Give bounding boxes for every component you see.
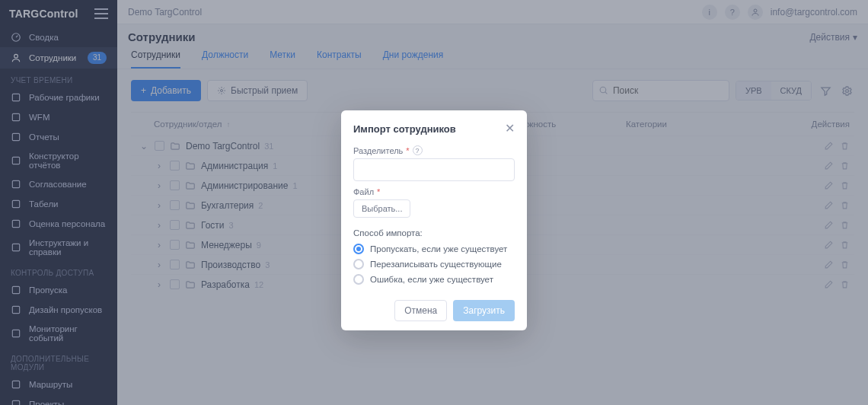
choose-file-label: Выбрать... bbox=[362, 204, 402, 213]
file-label: Файл bbox=[353, 187, 374, 196]
mode-skip-label: Пропускать, если уже существует bbox=[370, 244, 507, 254]
radio-icon bbox=[353, 274, 364, 285]
cancel-label: Отмена bbox=[404, 305, 437, 316]
submit-label: Загрузить bbox=[463, 305, 505, 316]
required-mark: * bbox=[406, 146, 409, 155]
cancel-button[interactable]: Отмена bbox=[394, 300, 447, 321]
modal-overlay: Импорт сотрудников ✕ Разделитель * ? Фай… bbox=[0, 0, 868, 405]
radio-icon bbox=[353, 244, 364, 254]
submit-button[interactable]: Загрузить bbox=[453, 300, 515, 321]
mode-overwrite-label: Перезаписывать существующие bbox=[370, 260, 502, 269]
import-modal: Импорт сотрудников ✕ Разделитель * ? Фай… bbox=[341, 110, 527, 330]
delimiter-label: Разделитель bbox=[353, 146, 403, 155]
required-mark: * bbox=[377, 187, 380, 196]
choose-file-button[interactable]: Выбрать... bbox=[353, 199, 410, 218]
import-mode-title: Способ импорта: bbox=[353, 228, 515, 238]
mode-skip-radio[interactable]: Пропускать, если уже существует bbox=[353, 244, 515, 254]
help-icon[interactable]: ? bbox=[413, 145, 423, 155]
delimiter-input[interactable] bbox=[353, 158, 515, 181]
mode-overwrite-radio[interactable]: Перезаписывать существующие bbox=[353, 259, 515, 269]
modal-title: Импорт сотрудников bbox=[353, 123, 456, 135]
mode-error-radio[interactable]: Ошибка, если уже существует bbox=[353, 274, 515, 285]
close-icon[interactable]: ✕ bbox=[505, 123, 515, 135]
mode-error-label: Ошибка, если уже существует bbox=[370, 275, 493, 284]
radio-icon bbox=[353, 259, 364, 269]
